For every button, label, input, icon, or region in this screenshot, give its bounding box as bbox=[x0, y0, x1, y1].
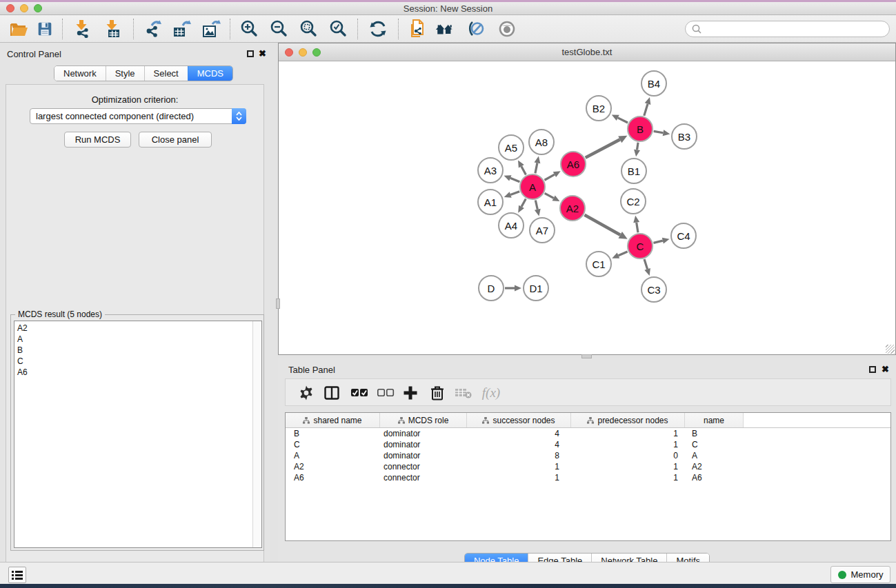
delete-icon[interactable] bbox=[427, 383, 448, 403]
criterion-dropdown[interactable]: largest connected component (directed) bbox=[30, 108, 246, 124]
import-table-icon[interactable] bbox=[102, 19, 123, 39]
function-icon[interactable]: f(x) bbox=[477, 383, 505, 403]
table-row[interactable]: Cdominator41C bbox=[286, 439, 890, 450]
table-cell[interactable]: 1 bbox=[571, 439, 685, 450]
hide-details-icon[interactable] bbox=[466, 19, 486, 39]
column-header-shared-name[interactable]: shared name bbox=[286, 413, 380, 427]
column-header-predecessor-nodes[interactable]: predecessor nodes bbox=[571, 413, 685, 427]
result-list-item[interactable]: A bbox=[17, 334, 28, 345]
zoom-in-icon[interactable] bbox=[239, 19, 260, 39]
result-list-item[interactable]: B bbox=[17, 345, 28, 356]
graph-node-B3[interactable]: B3 bbox=[671, 123, 697, 150]
table-cell[interactable]: 8 bbox=[467, 450, 571, 461]
export-network-icon[interactable] bbox=[142, 19, 163, 39]
result-list-item[interactable]: C bbox=[17, 356, 28, 367]
graph-node-B1[interactable]: B1 bbox=[621, 158, 647, 184]
run-mcds-button[interactable]: Run MCDS bbox=[64, 132, 131, 148]
tab-network[interactable]: Network bbox=[54, 66, 106, 81]
open-session-icon[interactable] bbox=[8, 19, 29, 39]
table-row[interactable]: A6connector11A6 bbox=[286, 472, 890, 483]
graph-edge[interactable] bbox=[521, 166, 526, 174]
tab-mcds[interactable]: MCDS bbox=[188, 66, 232, 81]
graph-node-A7[interactable]: A7 bbox=[529, 217, 555, 243]
deselect-all-icon[interactable] bbox=[375, 383, 396, 403]
float-panel-icon[interactable] bbox=[869, 366, 876, 373]
graph-node-C[interactable]: C bbox=[627, 233, 653, 259]
graph-node-A4[interactable]: A4 bbox=[498, 212, 524, 239]
close-panel-button[interactable]: Close panel bbox=[139, 132, 212, 148]
graph-node-A[interactable]: A bbox=[519, 174, 546, 200]
graph-edge[interactable] bbox=[618, 252, 627, 256]
table-row[interactable]: A2connector11A2 bbox=[286, 461, 890, 472]
gear-icon[interactable] bbox=[296, 383, 317, 403]
graph-edge[interactable] bbox=[618, 118, 628, 123]
table-cell[interactable]: A bbox=[286, 450, 380, 461]
table-cell[interactable]: 4 bbox=[467, 428, 571, 439]
close-panel-icon[interactable]: ✖ bbox=[259, 48, 266, 59]
select-all-icon[interactable] bbox=[349, 383, 370, 403]
graph-node-A2[interactable]: A2 bbox=[559, 195, 586, 221]
mcds-result-list[interactable]: A2ABCA6 bbox=[14, 321, 262, 548]
graph-node-C2[interactable]: C2 bbox=[620, 188, 646, 214]
graph-node-B4[interactable]: B4 bbox=[641, 70, 667, 97]
graph-node-B[interactable]: B bbox=[627, 116, 653, 142]
refresh-icon[interactable] bbox=[368, 19, 388, 39]
window-resize-grip[interactable] bbox=[886, 345, 895, 354]
table-cell[interactable]: 1 bbox=[571, 461, 685, 472]
graph-node-D[interactable]: D bbox=[478, 275, 504, 301]
graph-edge[interactable] bbox=[544, 174, 554, 180]
table-cell[interactable]: dominator bbox=[380, 439, 467, 450]
add-icon[interactable] bbox=[400, 383, 421, 403]
home-icon[interactable] bbox=[435, 19, 455, 39]
graph-edge[interactable] bbox=[535, 163, 537, 173]
tab-select[interactable]: Select bbox=[144, 66, 188, 81]
graph-edge[interactable] bbox=[545, 193, 554, 198]
close-panel-icon[interactable]: ✖ bbox=[882, 364, 889, 374]
zoom-fit-icon[interactable] bbox=[299, 19, 319, 39]
table-cell[interactable]: 1 bbox=[467, 461, 571, 472]
graph-edge[interactable] bbox=[584, 215, 620, 235]
search-field[interactable] bbox=[685, 21, 890, 37]
table-cell[interactable]: A2 bbox=[685, 461, 744, 472]
table-cell[interactable]: A6 bbox=[685, 472, 744, 483]
graph-edge[interactable] bbox=[637, 143, 639, 150]
table-cell[interactable]: A6 bbox=[286, 472, 380, 483]
export-image-icon[interactable] bbox=[201, 19, 221, 39]
eye-icon[interactable] bbox=[497, 19, 517, 39]
table-cell[interactable]: connector bbox=[380, 461, 467, 472]
table-cell[interactable]: C bbox=[286, 439, 380, 450]
graph-edge[interactable] bbox=[586, 139, 620, 157]
table-row[interactable]: Adominator80A bbox=[286, 450, 890, 461]
table-cell[interactable]: connector bbox=[380, 472, 467, 483]
task-history-button[interactable] bbox=[8, 567, 26, 583]
graph-node-C4[interactable]: C4 bbox=[670, 223, 697, 249]
tab-style[interactable]: Style bbox=[106, 66, 144, 81]
table-cell[interactable]: A2 bbox=[286, 461, 380, 472]
graph-edge[interactable] bbox=[535, 201, 537, 210]
search-input[interactable] bbox=[706, 22, 889, 36]
export-table-icon[interactable] bbox=[171, 19, 192, 39]
zoom-out-icon[interactable] bbox=[269, 19, 290, 39]
graph-edge[interactable] bbox=[637, 223, 638, 233]
delete-table-icon[interactable] bbox=[453, 383, 474, 403]
table-cell[interactable]: B bbox=[685, 428, 744, 439]
result-list-scrollbar[interactable] bbox=[252, 321, 261, 547]
graph-node-A6[interactable]: A6 bbox=[560, 151, 586, 177]
table-cell[interactable]: B bbox=[286, 428, 380, 439]
graph-node-C1[interactable]: C1 bbox=[586, 251, 612, 277]
network-window-titlebar[interactable]: testGlobe.txt bbox=[279, 43, 895, 61]
table-row[interactable]: Bdominator41B bbox=[286, 428, 890, 439]
network-canvas[interactable]: B4B2BB3A8A5A6A3B1AA1C2A2A4A7C4CC1C3DD1 bbox=[279, 61, 895, 354]
table-cell[interactable]: dominator bbox=[380, 428, 467, 439]
splitter-handle[interactable] bbox=[276, 298, 280, 309]
table-cell[interactable]: A bbox=[685, 450, 744, 461]
table-cell[interactable]: 1 bbox=[467, 472, 571, 483]
graph-edge[interactable] bbox=[521, 199, 526, 206]
graph-edge[interactable] bbox=[510, 178, 520, 181]
graph-node-A3[interactable]: A3 bbox=[477, 157, 504, 183]
save-session-icon[interactable] bbox=[34, 19, 55, 39]
graph-edge[interactable] bbox=[653, 241, 662, 243]
table-cell[interactable]: 0 bbox=[571, 450, 685, 461]
graph-node-B2[interactable]: B2 bbox=[586, 95, 612, 121]
result-list-item[interactable]: A2 bbox=[17, 323, 28, 334]
